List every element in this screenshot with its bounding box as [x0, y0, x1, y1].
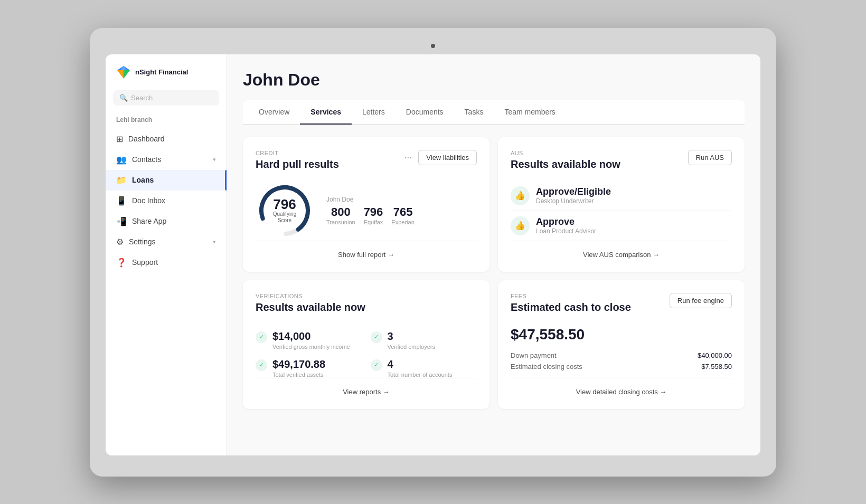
- aus-result-2-title: Approve: [536, 216, 596, 227]
- fees-total: $47,558.50: [511, 326, 732, 343]
- verif-item-2: ✓ 3 Verified employers: [371, 330, 477, 350]
- verifications-tag: Verifications: [256, 293, 477, 299]
- main-content: John Doe Overview Services Letters Docum…: [227, 54, 760, 455]
- sidebar-item-support[interactable]: ❓ Support: [106, 252, 227, 273]
- fee-label-1: Down payment: [511, 351, 557, 359]
- verif-amount-1: $14,000: [272, 330, 350, 343]
- verif-desc-3: Total verified assets: [272, 372, 325, 378]
- sidebar-item-label: Share App: [132, 217, 166, 225]
- approve-eligible-icon: 👍: [511, 186, 530, 205]
- verif-item-1: ✓ $14,000 Verified gross monthly income: [256, 330, 362, 350]
- verif-desc-4: Total number of accounts: [388, 372, 453, 378]
- credit-title: Hard pull results: [256, 158, 402, 170]
- sidebar-item-label: Loans: [132, 176, 154, 184]
- search-placeholder: Search: [131, 94, 153, 102]
- page-title: John Doe: [243, 70, 745, 90]
- check-icon-4: ✓: [371, 359, 382, 371]
- view-closing-costs-link[interactable]: View detailed closing costs →: [576, 388, 667, 396]
- sidebar: nSight Financial 🔍 Search Lehi branch ⊞ …: [106, 54, 227, 455]
- run-fee-engine-button[interactable]: Run fee engine: [670, 293, 732, 308]
- search-icon: 🔍: [119, 94, 128, 102]
- aus-result-1-sub: Desktop Underwriter: [536, 197, 611, 205]
- tabs-bar: Overview Services Letters Documents Task…: [243, 100, 745, 125]
- aus-result-2-sub: Loan Product Advisor: [536, 227, 596, 235]
- logo-text: nSight Financial: [135, 68, 188, 76]
- tab-tasks[interactable]: Tasks: [454, 100, 494, 125]
- tab-overview[interactable]: Overview: [248, 100, 300, 125]
- fee-value-2: $7,558.50: [701, 363, 732, 370]
- chevron-down-icon: ▾: [213, 156, 216, 163]
- fees-title: Estimated cash to close: [511, 301, 670, 313]
- sidebar-item-contacts[interactable]: 👥 Contacts ▾: [106, 149, 227, 170]
- credit-tag: Credit: [256, 150, 402, 156]
- sidebar-item-label: Doc Inbox: [132, 196, 165, 205]
- fees-card: Fees Estimated cash to close Run fee eng…: [498, 280, 745, 409]
- run-aus-button[interactable]: Run AUS: [688, 150, 732, 165]
- branch-label: Lehi branch: [106, 116, 227, 129]
- score-details: John Doe 800 Transunion 796 Equifax: [326, 196, 415, 225]
- cards-grid: Credit Hard pull results ··· View liabil…: [243, 137, 745, 409]
- fee-row-2: Estimated closing costs $7,558.50: [511, 363, 732, 370]
- verifications-card: Verifications Results available now ✓ $1…: [243, 280, 490, 409]
- aus-tag: AUS: [511, 150, 688, 156]
- gauge-label: Qualifying Score: [273, 211, 296, 224]
- sidebar-item-share-app[interactable]: 📲 Share App: [106, 211, 227, 232]
- tab-documents[interactable]: Documents: [396, 100, 454, 125]
- aus-result-1: 👍 Approve/Eligible Desktop Underwriter: [511, 181, 732, 211]
- check-icon-3: ✓: [256, 359, 267, 371]
- sidebar-item-dashboard[interactable]: ⊞ Dashboard: [106, 129, 227, 149]
- verifications-grid: ✓ $14,000 Verified gross monthly income …: [256, 330, 477, 378]
- search-input[interactable]: 🔍 Search: [113, 90, 219, 106]
- verif-item-3: ✓ $49,170.88 Total verified assets: [256, 358, 362, 378]
- verif-desc-1: Verified gross monthly income: [272, 344, 350, 350]
- fee-value-1: $40,000.00: [698, 351, 732, 359]
- support-icon: ❓: [116, 258, 127, 268]
- person-name: John Doe: [326, 196, 415, 203]
- fee-row-1: Down payment $40,000.00: [511, 351, 732, 359]
- show-full-report-link[interactable]: Show full report →: [338, 251, 394, 259]
- transunion-score: 800 Transunion: [326, 205, 355, 225]
- sidebar-item-doc-inbox[interactable]: 📱 Doc Inbox: [106, 191, 227, 211]
- chevron-down-icon: ▾: [213, 239, 216, 245]
- view-aus-comparison-link[interactable]: View AUS comparison →: [583, 251, 660, 259]
- check-icon-1: ✓: [256, 331, 267, 343]
- logo-icon: [116, 65, 131, 80]
- aus-title: Results available now: [511, 158, 688, 170]
- settings-icon: ⚙: [116, 237, 124, 247]
- svg-marker-1: [124, 70, 130, 79]
- doc-inbox-icon: 📱: [116, 196, 127, 206]
- sidebar-item-label: Support: [132, 258, 158, 267]
- sidebar-item-settings[interactable]: ⚙ Settings ▾: [106, 232, 227, 252]
- aus-result-2: 👍 Approve Loan Product Advisor: [511, 211, 732, 241]
- logo-area: nSight Financial: [106, 65, 227, 90]
- more-options-button[interactable]: ···: [402, 152, 414, 163]
- verif-amount-4: 4: [388, 358, 453, 370]
- sidebar-item-label: Dashboard: [128, 135, 165, 143]
- credit-card: Credit Hard pull results ··· View liabil…: [243, 137, 490, 272]
- share-app-icon: 📲: [116, 216, 127, 226]
- tab-team-members[interactable]: Team members: [494, 100, 566, 125]
- view-liabilities-button[interactable]: View liabilities: [418, 150, 477, 165]
- contacts-icon: 👥: [116, 155, 127, 165]
- gauge-score: 796: [273, 197, 296, 211]
- aus-card: AUS Results available now Run AUS 👍 Appr…: [498, 137, 745, 272]
- loans-icon: 📁: [116, 175, 127, 185]
- verif-item-4: ✓ 4 Total number of accounts: [371, 358, 477, 378]
- approve-icon: 👍: [511, 216, 530, 235]
- verifications-title: Results available now: [256, 301, 477, 313]
- verif-amount-2: 3: [388, 330, 436, 343]
- fee-label-2: Estimated closing costs: [511, 363, 582, 370]
- sidebar-nav: ⊞ Dashboard 👥 Contacts ▾ 📁 Loans 📱 Doc I…: [106, 129, 227, 273]
- verif-desc-2: Verified employers: [388, 344, 436, 350]
- svg-marker-2: [117, 70, 124, 79]
- sidebar-item-label: Contacts: [132, 155, 161, 164]
- experian-score: 765 Experian: [391, 205, 414, 225]
- sidebar-item-loans[interactable]: 📁 Loans: [106, 170, 227, 191]
- tab-letters[interactable]: Letters: [352, 100, 396, 125]
- credit-gauge: 796 Qualifying Score: [256, 182, 314, 240]
- check-icon-2: ✓: [371, 331, 382, 343]
- view-reports-link[interactable]: View reports →: [343, 388, 390, 396]
- tab-services[interactable]: Services: [300, 100, 352, 125]
- aus-result-1-title: Approve/Eligible: [536, 186, 611, 197]
- fees-tag: Fees: [511, 293, 670, 299]
